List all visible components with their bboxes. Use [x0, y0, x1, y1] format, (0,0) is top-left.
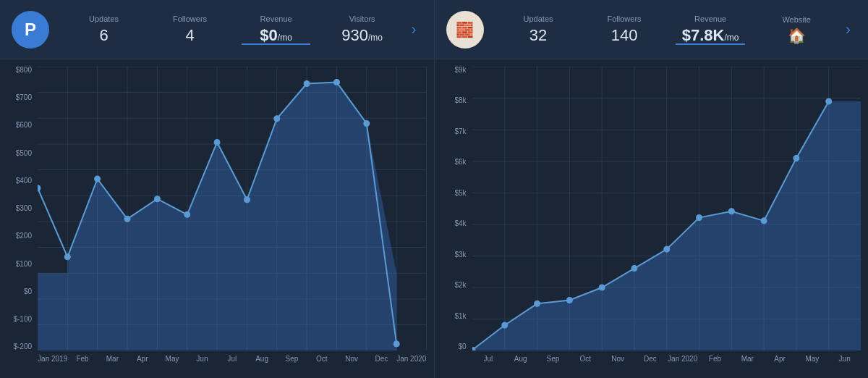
- y-axis-2: $9k $8k $7k $6k $5k $4k $3k $2k $1k $0: [435, 67, 471, 350]
- svg-point-39: [393, 341, 399, 347]
- stat-label-revenue-1: Revenue: [260, 14, 292, 23]
- svg-point-73: [761, 218, 767, 224]
- stat-label-website-2: Website: [782, 15, 811, 24]
- svg-point-29: [95, 176, 101, 182]
- panel-2: 🧱 Updates 32 Followers 140 Revenue $7.8K…: [435, 0, 869, 378]
- stat-value-website-2: 🏠: [788, 27, 806, 44]
- svg-point-69: [631, 266, 637, 272]
- revenue-underline-2: [676, 43, 744, 45]
- stat-revenue-2: Revenue $7.8K/mo: [668, 14, 754, 45]
- svg-point-28: [64, 254, 70, 260]
- stat-revenue-1: Revenue $0/mo: [233, 14, 319, 45]
- svg-point-32: [184, 211, 190, 217]
- svg-point-31: [154, 196, 160, 202]
- dashboard: P Updates 6 Followers 4 Revenue $0/mo Vi…: [0, 0, 868, 378]
- chart-area-2: $9k $8k $7k $6k $5k $4k $3k $2k $1k $0: [435, 59, 869, 378]
- svg-point-34: [244, 197, 250, 203]
- svg-point-27: [38, 185, 41, 191]
- y-axis-1: $800 $700 $600 $500 $400 $300 $200 $100 …: [0, 67, 36, 350]
- avatar-p: P: [12, 11, 49, 49]
- panel-1-stats: Updates 6 Followers 4 Revenue $0/mo Visi…: [61, 14, 405, 45]
- chart-svg-2: [472, 67, 861, 350]
- stat-label-revenue-2: Revenue: [694, 14, 726, 23]
- svg-point-71: [696, 215, 702, 221]
- stat-visitors-1: Visitors 930/mo: [319, 14, 405, 45]
- svg-point-67: [566, 297, 572, 303]
- svg-point-75: [825, 98, 831, 104]
- x-axis-2: Jul Aug Sep Oct Nov Dec Jan 2020 Feb Mar…: [472, 350, 861, 378]
- stat-followers-2: Followers 140: [582, 14, 668, 45]
- svg-point-74: [793, 155, 799, 161]
- panel-1-header: P Updates 6 Followers 4 Revenue $0/mo Vi…: [0, 0, 434, 59]
- svg-point-68: [599, 285, 605, 290]
- revenue-underline-1: [242, 43, 310, 45]
- next-arrow-1[interactable]: ›: [405, 20, 422, 39]
- stat-updates-2: Updates 32: [495, 14, 582, 45]
- svg-point-37: [333, 80, 339, 85]
- x-axis-1: Jan 2019 Feb Mar Apr May Jun Jul Aug Sep…: [38, 350, 427, 378]
- svg-point-70: [663, 246, 669, 252]
- panel-1: P Updates 6 Followers 4 Revenue $0/mo Vi…: [0, 0, 435, 378]
- stat-website-2: Website 🏠: [754, 14, 840, 45]
- svg-point-30: [124, 216, 130, 222]
- next-arrow-2[interactable]: ›: [840, 20, 856, 39]
- stat-value-revenue-2: $7.8K/mo: [682, 26, 739, 45]
- chart-area-1: $800 $700 $600 $500 $400 $300 $200 $100 …: [0, 59, 434, 378]
- stat-label-visitors-1: Visitors: [349, 14, 375, 23]
- svg-point-33: [214, 139, 220, 145]
- svg-point-66: [534, 301, 540, 306]
- avatar-b: 🧱: [446, 11, 484, 49]
- stat-value-visitors-1: 930/mo: [341, 26, 383, 45]
- stat-label-updates-2: Updates: [524, 14, 553, 23]
- svg-point-35: [274, 116, 280, 122]
- stat-value-followers-2: 140: [611, 26, 638, 45]
- svg-point-72: [728, 209, 734, 214]
- stat-label-followers-2: Followers: [608, 14, 642, 23]
- stat-updates-1: Updates 6: [61, 14, 147, 45]
- stat-value-revenue-1: $0/mo: [260, 26, 292, 45]
- svg-point-65: [501, 322, 507, 328]
- stat-label-updates-1: Updates: [89, 14, 119, 23]
- stat-followers-1: Followers 4: [147, 14, 233, 45]
- stat-value-updates-2: 32: [529, 26, 547, 45]
- stat-value-updates-1: 6: [99, 26, 108, 45]
- svg-point-38: [364, 120, 370, 126]
- stat-label-followers-1: Followers: [173, 14, 207, 23]
- svg-point-36: [304, 81, 310, 87]
- panel-2-stats: Updates 32 Followers 140 Revenue $7.8K/m…: [495, 14, 840, 45]
- stat-value-followers-1: 4: [185, 26, 194, 45]
- chart-svg-1: [38, 67, 427, 350]
- panel-2-header: 🧱 Updates 32 Followers 140 Revenue $7.8K…: [435, 0, 869, 59]
